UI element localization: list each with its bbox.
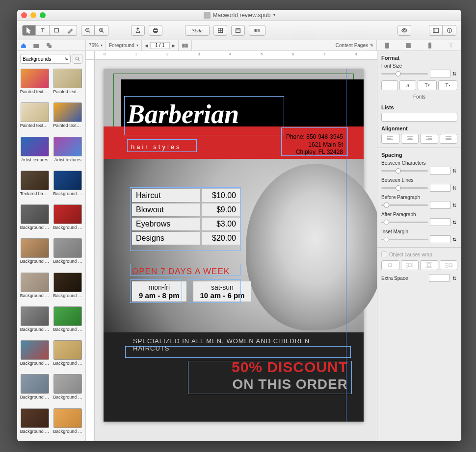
price-row[interactable]: Blowout$9.00: [132, 203, 240, 216]
draw-tool-button[interactable]: [63, 25, 77, 36]
library-thumbnail[interactable]: Background Pi...: [19, 408, 51, 439]
price-table[interactable]: Haircut$10.00Blowout$9.00Eyebrows$3.00De…: [132, 189, 240, 246]
font-size-field[interactable]: [430, 70, 450, 77]
wrap-checkbox[interactable]: Object causes wrap: [381, 251, 457, 257]
open-hours-heading[interactable]: OPEN 7 DAYS A WEEK: [132, 267, 230, 276]
discount-line2[interactable]: ON THIS ORDER: [233, 377, 348, 392]
char-spacing-slider[interactable]: ⇅: [381, 167, 457, 175]
inspector-tab-document-icon[interactable]: [384, 42, 391, 49]
style-dropdown[interactable]: Style: [185, 25, 210, 36]
zoom-out-button[interactable]: [81, 25, 95, 36]
price-row[interactable]: Haircut$10.00: [132, 189, 240, 202]
hours-box[interactable]: sat-sun10 am - 6 pm: [193, 281, 252, 301]
zoom-window-button[interactable]: [40, 12, 46, 18]
align-right-button[interactable]: [420, 134, 438, 144]
library-thumbnail[interactable]: Painted textures: [19, 102, 51, 133]
library-thumbnail[interactable]: Background Pi...: [53, 340, 84, 371]
inspector-tab-appearance-icon[interactable]: [426, 42, 433, 49]
hours-box[interactable]: mon-fri9 am - 8 pm: [132, 281, 186, 301]
library-thumbnail[interactable]: Background Pi...: [19, 238, 51, 269]
library-thumbnail[interactable]: Background Pi...: [19, 273, 51, 303]
calendar-button[interactable]: [231, 25, 245, 36]
inspector-tab-geometry-icon[interactable]: [405, 42, 412, 49]
content-pages-dropdown[interactable]: Content Pages: [336, 43, 368, 48]
library-thumbnail[interactable]: Background Pi...: [53, 306, 84, 337]
spread-view-icon[interactable]: [182, 42, 188, 49]
preview-button[interactable]: [397, 25, 411, 36]
vertical-guide[interactable]: [346, 69, 346, 422]
library-thumbnail[interactable]: Background Pi...: [19, 374, 51, 405]
library-category-select[interactable]: Backgrounds⇅: [20, 54, 71, 64]
discount-line1[interactable]: 50% DISCOUNT: [232, 359, 348, 376]
align-justify-button[interactable]: [440, 134, 458, 144]
page-number-field[interactable]: [150, 42, 170, 49]
align-left-button[interactable]: [381, 134, 399, 144]
titlebar[interactable]: Macworld review.spub ▾: [17, 10, 461, 21]
library-thumbnail[interactable]: Background 32: [53, 204, 84, 235]
wrap-around-button[interactable]: [401, 260, 419, 270]
library-thumbnail[interactable]: Background 29: [19, 204, 51, 235]
prev-page-button[interactable]: ◀: [145, 43, 148, 48]
align-center-button[interactable]: [401, 134, 419, 144]
barcode-button[interactable]: [249, 25, 265, 36]
canvas-viewport[interactable]: Barberian hair styles Phone: 850-948-394…: [95, 60, 377, 441]
panels-toggle-button[interactable]: [429, 25, 443, 36]
library-camera-icon[interactable]: [33, 42, 40, 49]
inspector-tab-text-icon[interactable]: [448, 42, 454, 49]
layer-dropdown[interactable]: Foreground: [109, 43, 134, 48]
line-spacing-slider[interactable]: ⇅: [381, 184, 457, 192]
print-button[interactable]: [149, 25, 162, 36]
zoom-level-label[interactable]: 76%: [89, 43, 99, 48]
zoom-in-button[interactable]: [95, 25, 108, 36]
library-shapes-icon[interactable]: [46, 42, 53, 49]
wrap-none-button[interactable]: [381, 260, 399, 270]
wrap-above-below-button[interactable]: [420, 260, 438, 270]
bigger-text-button[interactable]: T▴: [438, 80, 457, 90]
select-tool-button[interactable]: [22, 25, 36, 36]
inset-margin-slider[interactable]: ⇅: [381, 235, 457, 243]
table-button[interactable]: [213, 25, 227, 36]
document-page[interactable]: Barberian hair styles Phone: 850-948-394…: [104, 69, 364, 422]
business-subtitle[interactable]: hair styles: [131, 143, 182, 151]
lists-select[interactable]: [381, 113, 457, 122]
library-home-icon[interactable]: [20, 42, 27, 49]
library-thumbnail[interactable]: Background Pi...: [19, 340, 51, 371]
price-row[interactable]: Eyebrows$3.00: [132, 218, 240, 230]
next-page-button[interactable]: ▶: [172, 43, 175, 48]
library-thumbnail[interactable]: Painted textures: [53, 69, 84, 100]
library-thumbnail[interactable]: Artist textures: [53, 137, 84, 168]
close-window-button[interactable]: [21, 12, 27, 18]
library-thumbnail[interactable]: Background 02: [53, 171, 84, 201]
business-title[interactable]: Barberian: [127, 99, 239, 129]
specialized-text[interactable]: SPECIALIZED IN ALL MEN, WOMEN AND CHILDR…: [133, 337, 348, 352]
contact-block[interactable]: Phone: 850-948-3945 1621 Main St Chipley…: [286, 133, 343, 156]
price-row[interactable]: Designs$20.00: [132, 232, 240, 245]
text-tool-button[interactable]: [36, 25, 50, 36]
minimize-window-button[interactable]: [30, 12, 36, 18]
library-thumbnail[interactable]: Background Pi...: [53, 408, 84, 439]
library-thumbnail[interactable]: Background Pi...: [53, 374, 84, 405]
vertical-ruler[interactable]: [86, 60, 95, 441]
wrap-largest-button[interactable]: [440, 260, 458, 270]
inspector-toggle-button[interactable]: [443, 25, 456, 36]
library-thumbnail[interactable]: Painted textures: [19, 69, 51, 100]
font-size-stepper[interactable]: ⇅: [452, 71, 457, 76]
library-thumbnail[interactable]: Background Pi...: [53, 238, 84, 269]
library-thumbnail[interactable]: Painted textures: [53, 102, 84, 133]
library-thumbnail[interactable]: Background Pi...: [19, 306, 51, 337]
font-size-slider[interactable]: ⇅: [381, 70, 457, 77]
library-thumbnail[interactable]: Background Pi...: [53, 273, 84, 303]
ruler-origin[interactable]: [86, 51, 95, 60]
before-para-slider[interactable]: ⇅: [381, 201, 457, 209]
shape-tool-button[interactable]: [50, 25, 63, 36]
horizontal-ruler[interactable]: 012345678: [95, 51, 377, 60]
library-thumbnail[interactable]: Textured back...: [19, 171, 51, 201]
fonts-button[interactable]: A: [399, 80, 416, 90]
after-para-slider[interactable]: ⇅: [381, 218, 457, 226]
hours-row[interactable]: mon-fri9 am - 8 pmsat-sun10 am - 6 pm: [132, 281, 251, 301]
extra-space-field[interactable]: [429, 274, 450, 282]
color-well[interactable]: [381, 80, 398, 90]
library-thumbnail[interactable]: Artist textures: [19, 137, 51, 168]
smaller-text-button[interactable]: T▾: [418, 80, 437, 90]
window-title[interactable]: Macworld review.spub ▾: [203, 12, 275, 19]
